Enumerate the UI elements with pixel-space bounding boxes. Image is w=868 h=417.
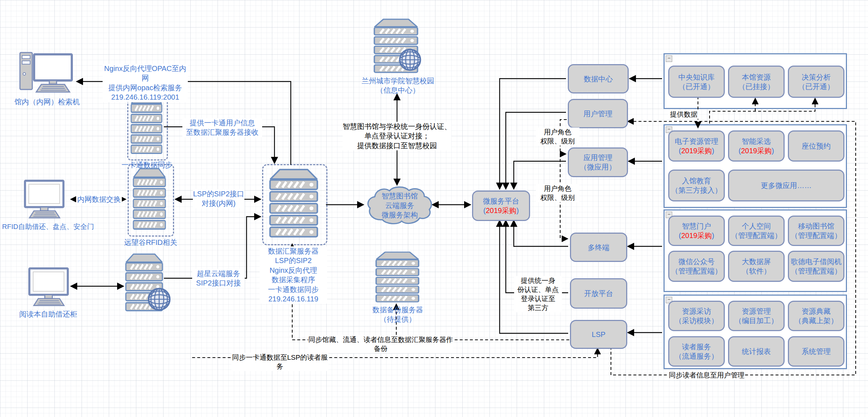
node-smart-selection[interactable]: 智能采选 (2019采购) [728,130,785,162]
campus-link-label: 智慧图书馆与学校统一身份认证、 单点登录认证对接； 提供数据接口至智慧校园 [343,122,451,150]
edge-to-decision [710,99,815,124]
card-link-label: 提供一卡通用户信息 至数据汇聚服务器接收 [182,118,262,137]
reader-terminal-label: 阅读本自助借还柜 [12,309,84,319]
server-rack-icon[interactable] [375,251,419,304]
node-multi-terminal[interactable]: 多终端 [570,233,627,262]
node-decision-analysis[interactable]: 决策分析（已开通） [788,66,844,98]
node-app-management[interactable]: 应用管理 （微应用） [568,147,628,177]
server-rack-icon[interactable] [269,168,318,239]
server-rack-icon[interactable] [133,167,166,231]
card-server-label: 一卡通数据同步 [116,160,178,170]
search-pc-label: 馆内（内网）检索机 [7,97,87,107]
node-personal-space[interactable]: 个人空间（管理配置端） [728,216,785,246]
provide-data-label: 提供数据 [668,110,699,119]
node-mobile-library[interactable]: 移动图书馆（管理配置端） [788,216,844,246]
sync-reader-label: 同步读者信息至用户管理 [668,371,745,380]
node-library-education[interactable]: 入馆教育（第三方接入） [668,170,725,201]
node-lsp[interactable]: LSP [570,320,627,349]
sync-backup-label: 同步馆藏、流通、读者信息至数据汇聚服务器作备份 [308,335,453,353]
sip2-link-label: LSP的SIP2接口 对接(内网) [193,189,244,208]
server-rack-icon[interactable] [131,94,162,155]
cloud-label: 智慧图书馆 云端服务 微服务架构 [373,191,426,220]
node-central-knowledge[interactable]: 中央知识库（已开通） [668,66,725,98]
node-system-mgmt[interactable]: 系统管理 [788,336,844,367]
node-statistics-report[interactable]: 统计报表 [728,336,785,367]
provide-auth-label: 提供统一身 份认证、单点 登录认证至 第三方 [514,276,562,312]
node-resource-acquisition[interactable]: 资源采访（采访模块） [668,301,725,331]
sync-card-label: 同步一卡通数据至LSP的读者服务 [231,353,328,371]
node-smart-portal[interactable]: 智慧门户 (2019采购) [668,216,725,246]
node-more-micro-apps[interactable]: 更多微应用…… [728,170,844,201]
node-local-resource[interactable]: 本馆资源（已挂接） [728,66,785,98]
user-role-bottom-label: 用户角色 权限、级别 [536,184,579,202]
edge-terminal-platform [514,221,568,246]
opac-link-label: Nginx反向代理OPAC至内网 提供内网opac检索服务 219.246.16… [103,64,188,102]
backup-server-label: 数据备份服务器 （待提供） [365,305,430,324]
node-wechat-account[interactable]: 微信公众号（管理配置端） [668,251,725,282]
chaoxing-link-label: 超星云端服务 SIP2接口对接 [192,269,245,288]
monitor-icon[interactable] [18,180,70,220]
rfid-link-label: 内网数据交换 [76,195,122,204]
diagram-canvas: { "colors":{"blue_text":"#4176d1","red_t… [0,0,868,417]
rfid-terminal-label: RFID自助借还、盘点、安全门 [0,222,96,232]
node-reader-service[interactable]: 读者服务（流通服务） [668,336,725,367]
globe-icon [398,48,422,72]
node-resource-collection[interactable]: 资源典藏（典藏上架） [788,301,844,331]
node-data-center[interactable]: 数据中心 [568,64,629,93]
desktop-pc-icon[interactable] [19,51,77,97]
rfid-server-label: 远望谷RFID相关 [119,238,182,247]
node-eresource-mgmt[interactable]: 电子资源管理 (2019采购) [668,130,725,162]
node-big-data-screen[interactable]: 大数据屏（软件） [728,251,785,282]
hub-server-label: 数据汇聚服务器 LSP的SIP2 Nginx反向代理 数据采集程序 一卡通数据同… [260,246,327,304]
node-user-management[interactable]: 用户管理 [568,99,628,128]
edge-usermgmt-platform [506,112,566,189]
hub-server-ip: 219.246.16.119 [260,294,327,304]
user-role-top-label: 用户角色 权限、级别 [536,128,579,146]
campus-server-label: 兰州城市学院智慧校园 （信息中心） [350,76,446,95]
node-open-platform[interactable]: 开放平台 [570,278,627,309]
node-seat-reservation[interactable]: 座位预约 [788,130,844,162]
node-goethe-ebook-machine[interactable]: 歌德电子借阅机（管理配置端） [788,251,844,282]
node-microservice-platform[interactable]: 微服务平台 (2019采购) [472,191,530,221]
globe-icon [147,287,171,312]
node-resource-mgmt[interactable]: 资源管理（编目加工） [728,301,785,331]
monitor-icon[interactable] [22,267,74,307]
